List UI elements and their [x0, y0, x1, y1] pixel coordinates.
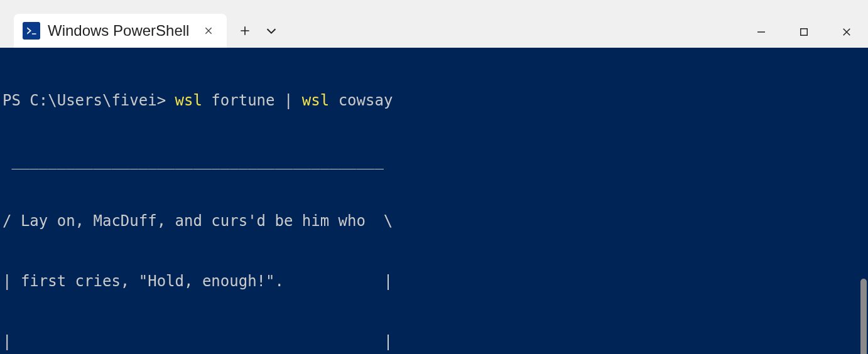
output-line: | first cries, "Hold, enough!". | [3, 271, 868, 291]
minimize-button[interactable] [740, 16, 783, 48]
tab-actions [234, 14, 282, 48]
cmd-token: wsl [175, 92, 212, 109]
prompt-prefix: PS C:\Users\fivei> [3, 92, 175, 109]
close-tab-button[interactable] [202, 24, 215, 38]
tab-dropdown-button[interactable] [261, 20, 282, 41]
terminal-pane[interactable]: PS C:\Users\fivei> wsl fortune | wsl cow… [0, 48, 868, 354]
title-bar: Windows PowerShell [0, 0, 868, 48]
cmd-pipe: | [284, 92, 302, 109]
maximize-button[interactable] [783, 16, 825, 48]
close-window-button[interactable] [825, 16, 868, 48]
powershell-icon [23, 22, 40, 40]
tab-title: Windows PowerShell [48, 22, 189, 40]
tab-powershell[interactable]: Windows PowerShell [14, 14, 227, 48]
output-line: | | [3, 331, 868, 351]
window-controls [740, 16, 868, 48]
output-line: ________________________________________… [3, 151, 868, 171]
output-line: / Lay on, MacDuff, and curs'd be him who… [3, 211, 868, 231]
new-tab-button[interactable] [234, 20, 256, 41]
cmd-token: wsl [302, 92, 339, 109]
cmd-arg: cowsay [339, 92, 393, 109]
prompt-line: PS C:\Users\fivei> wsl fortune | wsl cow… [3, 90, 868, 110]
scrollbar-thumb[interactable] [860, 279, 867, 354]
tabs-area: Windows PowerShell [14, 0, 282, 48]
svg-rect-0 [801, 29, 808, 36]
cmd-arg: fortune [211, 92, 284, 109]
